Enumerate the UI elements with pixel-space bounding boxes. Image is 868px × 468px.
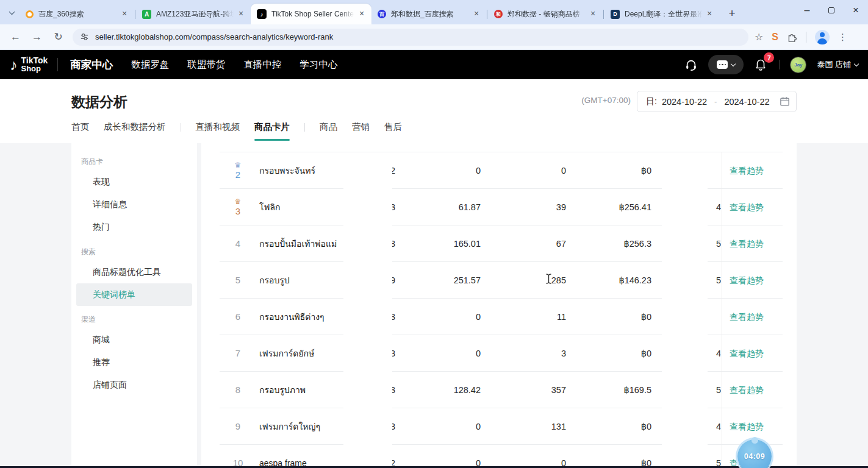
store-switcher[interactable]: 泰国 店铺 — [817, 59, 858, 70]
tab-product-card[interactable]: 商品卡片 — [254, 121, 290, 141]
page-header: 数据分析 (GMT+07:00) 日: 2024-10-22 - 2024-10… — [0, 79, 868, 143]
view-trend-link[interactable]: 查看趋势 — [730, 372, 764, 408]
new-tab-button[interactable] — [724, 5, 740, 21]
tab-divider — [135, 10, 135, 19]
timezone-label: (GMT+07:00) — [581, 96, 631, 105]
tab-close-icon[interactable] — [472, 9, 481, 19]
tab-home[interactable]: 首页 — [71, 121, 89, 141]
tab-live-video[interactable]: 直播和视频 — [196, 121, 240, 141]
tab-after-sale[interactable]: 售后 — [384, 121, 402, 141]
tab-close-icon[interactable] — [357, 9, 367, 19]
metric-value-1: 0 — [476, 299, 481, 335]
tab-close-icon[interactable] — [120, 9, 129, 19]
nav-seller-center[interactable]: 商家中心 — [70, 57, 113, 72]
extension-s-icon[interactable]: S — [772, 32, 778, 43]
bookmark-star-icon[interactable]: ☆ — [755, 31, 763, 43]
browser-tab-3-active[interactable]: ♪ TikTok Shop Seller Cente — [251, 4, 371, 24]
window-maximize-button[interactable] — [819, 0, 844, 21]
sidebar-item-shop-page[interactable]: 店铺页面 — [76, 374, 192, 396]
tab-title: 郑和数据 - 畅销商品榜 — [508, 9, 586, 20]
forward-button[interactable]: → — [26, 31, 48, 43]
window-controls — [795, 0, 868, 21]
nav-learning-center[interactable]: 学习中心 — [299, 58, 337, 71]
site-settings-icon[interactable] — [80, 32, 89, 41]
clipped-table-row — [220, 143, 783, 152]
seller-center-header: ♪ TikTok Shop 商家中心 数据罗盘 联盟带货 直播中控 学习中心 — [0, 50, 868, 79]
sidebar-item-title-optimizer[interactable]: 商品标题优化工具 — [76, 261, 192, 283]
chevron-down-icon — [9, 9, 15, 15]
nav-live-console[interactable]: 直播中控 — [243, 58, 281, 71]
tab-close-icon[interactable] — [588, 9, 598, 19]
table-column-divider — [722, 152, 722, 466]
keyword-table-panel: 2 กรอบพระจันทร์ 2 0 0 ฿0 查看趋势 3 โฟลิก 3 … — [201, 143, 797, 466]
browser-tab-1[interactable]: 百度_360搜索 — [20, 4, 134, 24]
rank-number: 3 — [235, 206, 240, 216]
browser-tab-2[interactable]: A AMZ123亚马逊导航-跨境 — [136, 4, 251, 24]
tab-marketing[interactable]: 营销 — [352, 121, 370, 141]
browser-tab-5[interactable]: 和 郑和数据 - 畅销商品榜 — [488, 4, 603, 24]
browser-tab-6[interactable]: D DeepL翻译：全世界最准 — [604, 4, 719, 24]
rank-cell: 7 — [226, 335, 250, 371]
keyword-cell: กรอบพระจันทร์ — [259, 152, 315, 189]
text-cursor — [545, 273, 552, 285]
store-avatar[interactable] — [790, 57, 806, 73]
view-trend-link[interactable]: 查看趋势 — [730, 225, 764, 262]
headset-icon[interactable] — [684, 58, 698, 71]
header-divider — [779, 60, 780, 69]
reload-button[interactable]: ↻ — [48, 30, 69, 43]
metric-value-gmv: ฿169.5 — [623, 372, 651, 408]
rank-cell: 8 — [226, 372, 250, 408]
sidebar-section-channel: 渠道 — [81, 314, 187, 325]
metric-value-1: 251.57 — [454, 262, 481, 299]
metric-value-2: 0 — [561, 152, 566, 189]
sidebar-item-mall[interactable]: 商城 — [76, 328, 192, 351]
sidebar: 商品卡 表现 详细信息 热门 搜索 商品标题优化工具 关键词榜单 渠道 商城 推… — [71, 143, 197, 466]
notifications-button[interactable]: 7 — [754, 57, 769, 72]
address-bar[interactable]: seller.tiktokglobalshop.com/compass/sear… — [73, 29, 748, 46]
tab-search-caret[interactable] — [4, 2, 20, 23]
view-trend-link[interactable]: 查看趋势 — [730, 299, 764, 335]
tab-title: 百度_360搜索 — [38, 9, 117, 20]
view-trend-link[interactable]: 查看趋势 — [730, 152, 764, 189]
rank-number: 8 — [235, 385, 240, 395]
tab-close-icon[interactable] — [236, 9, 246, 19]
back-button[interactable]: ← — [5, 31, 26, 43]
message-center-button[interactable] — [708, 55, 744, 74]
view-trend-link[interactable]: 查看趋势 — [730, 189, 764, 225]
view-trend-link[interactable]: 查看趋势 — [730, 335, 764, 372]
date-granularity-label: 日: — [646, 96, 657, 107]
rank-cell: 5 — [226, 262, 250, 298]
tab-favicon-tiktok-icon: ♪ — [257, 9, 267, 19]
sidebar-item-keyword-rank[interactable]: 关键词榜单 — [76, 283, 192, 306]
keyword-cell: aespa frame — [259, 445, 307, 466]
redaction-overlay-right — [662, 153, 708, 466]
metric-value-2: 67 — [556, 225, 566, 262]
nav-data-compass[interactable]: 数据罗盘 — [131, 58, 169, 71]
window-minimize-button[interactable] — [795, 0, 819, 21]
partially-hidden-value-right: 5 — [716, 372, 721, 408]
nav-affiliate[interactable]: 联盟带货 — [187, 58, 225, 71]
chevron-down-icon — [854, 61, 859, 66]
partially-hidden-value-right: 5 — [716, 225, 721, 262]
sidebar-item-recommend[interactable]: 推荐 — [76, 351, 192, 374]
date-range-picker[interactable]: 日: 2024-10-22 - 2024-10-22 — [637, 91, 797, 112]
tab-growth-analytics[interactable]: 成长和数据分析 — [104, 121, 166, 141]
rank-cell: 4 — [226, 225, 250, 261]
view-trend-link[interactable]: 查看趋势 — [730, 262, 764, 299]
sidebar-item-trending[interactable]: 热门 — [76, 216, 192, 238]
browser-menu-icon[interactable]: ⋮ — [838, 32, 847, 43]
screen-recording-timer-bubble[interactable]: 04:09 — [737, 439, 772, 468]
tiktok-shop-logo[interactable]: ♪ TikTok Shop — [10, 57, 48, 73]
tab-product[interactable]: 商品 — [320, 121, 337, 141]
sidebar-item-details[interactable]: 详细信息 — [76, 193, 192, 216]
browser-toolbar: ← → ↻ seller.tiktokglobalshop.com/compas… — [0, 24, 868, 50]
header-divider — [57, 58, 58, 71]
chevron-down-icon — [731, 61, 736, 66]
browser-profile-avatar[interactable] — [815, 30, 830, 44]
browser-tab-4[interactable]: 百 郑和数据_百度搜索 — [371, 4, 486, 24]
window-close-button[interactable] — [844, 0, 868, 21]
extensions-puzzle-icon[interactable] — [787, 32, 797, 42]
tab-close-icon[interactable] — [705, 9, 714, 19]
tab-favicon-baidu-icon: 百 — [378, 10, 386, 18]
sidebar-item-performance[interactable]: 表现 — [76, 171, 192, 193]
